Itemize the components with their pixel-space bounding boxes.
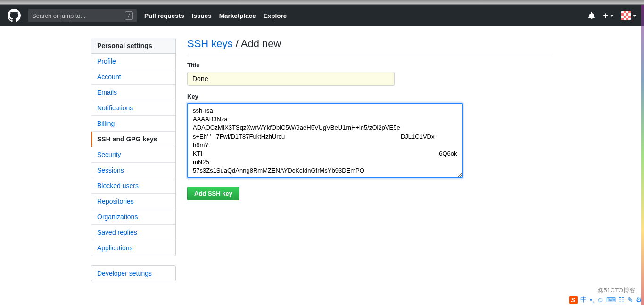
search-slash-hint: /	[125, 11, 133, 20]
ime-punct-icon[interactable]: •,	[590, 296, 594, 304]
add-ssh-key-button[interactable]: Add SSH key	[187, 187, 239, 200]
sidebar-item-applications[interactable]: Applications	[91, 240, 175, 256]
right-color-bar	[641, 5, 644, 305]
title-input[interactable]	[187, 72, 395, 86]
page-title: SSH keys / Add new	[187, 38, 553, 50]
sogou-icon[interactable]: S	[569, 296, 578, 304]
sidebar-item-security[interactable]: Security	[91, 147, 175, 163]
sidebar-item-organizations[interactable]: Organizations	[91, 209, 175, 225]
global-header: / Pull requests Issues Marketplace Explo…	[0, 5, 644, 26]
ime-tool-icon[interactable]: ✎	[627, 296, 633, 304]
sidebar-item-ssh-gpg-keys: SSH and GPG keys	[91, 132, 175, 147]
create-new-dropdown[interactable]: +	[603, 11, 614, 21]
ime-voice-icon[interactable]: ⌨	[606, 296, 616, 304]
browser-chrome	[0, 0, 644, 5]
sidebar-heading: Personal settings	[91, 38, 175, 54]
primary-nav: Pull requests Issues Marketplace Explore	[144, 12, 287, 19]
breadcrumb-separator: /	[233, 38, 241, 49]
page-subhead: SSH keys / Add new	[187, 38, 553, 54]
settings-sidebar: Personal settings Profile Account Emails…	[91, 38, 176, 291]
ime-emoji-icon[interactable]: ☺	[597, 296, 603, 304]
personal-settings-menu: Personal settings Profile Account Emails…	[91, 38, 176, 256]
nav-pull-requests[interactable]: Pull requests	[144, 12, 184, 19]
sidebar-item-emails[interactable]: Emails	[91, 85, 175, 100]
sidebar-item-profile[interactable]: Profile	[91, 54, 175, 69]
title-field-group: Title	[187, 62, 553, 86]
sidebar-item-notifications[interactable]: Notifications	[91, 100, 175, 116]
sidebar-item-blocked-users[interactable]: Blocked users	[91, 178, 175, 194]
nav-marketplace[interactable]: Marketplace	[219, 12, 256, 19]
ime-toolbar: S 中 •, ☺ ⌨ ☷ ✎ ⚙	[569, 295, 642, 305]
main-container: Personal settings Profile Account Emails…	[91, 26, 553, 291]
main-content: SSH keys / Add new Title Key Add SSH key	[187, 38, 553, 291]
ime-skin-icon[interactable]: ☷	[619, 296, 625, 304]
title-label: Title	[187, 62, 553, 69]
sidebar-item-developer-settings[interactable]: Developer settings	[91, 266, 175, 281]
notifications-icon[interactable]	[588, 12, 595, 19]
key-textarea[interactable]	[187, 103, 463, 178]
search-wrap[interactable]: /	[28, 9, 137, 22]
search-input[interactable]	[32, 12, 125, 19]
sidebar-item-sessions[interactable]: Sessions	[91, 163, 175, 178]
breadcrumb-current: Add new	[241, 38, 281, 49]
key-field-group: Key	[187, 93, 553, 180]
breadcrumb-ssh-keys[interactable]: SSH keys	[187, 38, 233, 49]
sidebar-item-account[interactable]: Account	[91, 69, 175, 85]
avatar	[621, 11, 631, 20]
ime-chinese-icon[interactable]: 中	[580, 296, 587, 304]
developer-settings-menu: Developer settings	[91, 265, 176, 281]
nav-explore[interactable]: Explore	[264, 12, 287, 19]
sidebar-item-repositories[interactable]: Repositories	[91, 194, 175, 209]
github-logo[interactable]	[8, 9, 21, 22]
sidebar-item-saved-replies[interactable]: Saved replies	[91, 225, 175, 240]
key-label: Key	[187, 93, 553, 100]
watermark: @51CTO博客	[597, 286, 636, 295]
nav-issues[interactable]: Issues	[192, 12, 212, 19]
user-menu[interactable]	[621, 11, 636, 20]
sidebar-item-billing[interactable]: Billing	[91, 116, 175, 132]
